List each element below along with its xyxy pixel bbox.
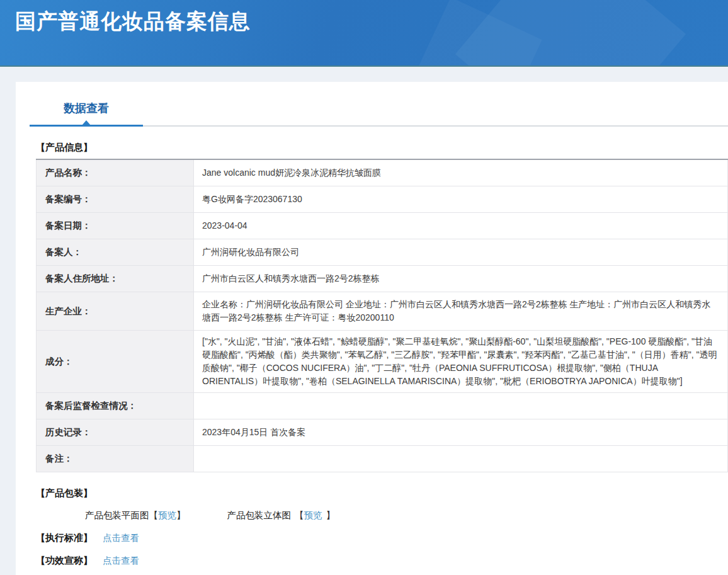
card-bottom-spacer xyxy=(16,567,728,575)
packaging-flat-preview-link[interactable]: 预览 xyxy=(158,510,176,520)
execution-standard-row: 【执行标准】 点击查看 xyxy=(36,532,728,544)
row-value xyxy=(194,393,728,419)
row-value xyxy=(194,446,728,472)
tab-data-view[interactable]: 数据查看 xyxy=(30,101,143,125)
row-value: 企业名称：广州润研化妆品有限公司 企业地址：广州市白云区人和镇秀水塘西一路2号2… xyxy=(194,292,728,331)
packaging-item-3d: 产品包装立体图【预览】 xyxy=(227,510,336,521)
row-value: 2023-04-04 xyxy=(194,213,728,239)
row-label: 备案编号： xyxy=(37,186,194,213)
efficacy-claim-row: 【功效宣称】 点击查看 xyxy=(36,555,728,567)
packaging-flat-label: 产品包装平面图 xyxy=(85,510,149,520)
table-row: 产品名称：Jane volcanic mud妍泥冷泉冰泥精华抗皱面膜 xyxy=(37,159,728,186)
tab-data-view-label: 数据查看 xyxy=(64,102,109,115)
table-row: 备案人：广州润研化妆品有限公司 xyxy=(37,239,728,266)
row-value: Jane volcanic mud妍泥冷泉冰泥精华抗皱面膜 xyxy=(194,159,728,186)
bracket-close: 】 xyxy=(326,510,336,520)
row-label: 历史记录： xyxy=(37,419,194,446)
table-row: 备注： xyxy=(37,446,728,472)
content-card: 数据查看 【产品信息】 产品名称：Jane volcanic mud妍泥冷泉冰泥… xyxy=(16,82,728,575)
row-label: 成分： xyxy=(37,331,194,393)
section-title-product-info: 【产品信息】 xyxy=(36,142,728,154)
row-label: 备案日期： xyxy=(37,213,194,239)
section-title-packaging: 【产品包装】 xyxy=(36,487,728,499)
bracket-open: 【 xyxy=(295,510,304,520)
section-title-execution-standard: 【执行标准】 xyxy=(36,532,93,543)
product-info-table-body: 产品名称：Jane volcanic mud妍泥冷泉冰泥精华抗皱面膜备案编号：粤… xyxy=(37,159,728,472)
table-row: 备案日期：2023-04-04 xyxy=(37,213,728,239)
tab-bar: 数据查看 xyxy=(30,82,728,127)
efficacy-claim-view-link[interactable]: 点击查看 xyxy=(103,555,139,566)
row-value: ["水", "火山泥", "甘油", "液体石蜡", "鲸蜡硬脂醇", "聚二甲… xyxy=(194,331,728,393)
row-label: 备案人住所地址： xyxy=(37,266,194,292)
table-row: 成分：["水", "火山泥", "甘油", "液体石蜡", "鲸蜡硬脂醇", "… xyxy=(37,331,728,393)
row-value: 广州市白云区人和镇秀水塘西一路2号2栋整栋 xyxy=(194,266,728,292)
table-row: 备案后监督检查情况： xyxy=(37,393,728,419)
section-title-efficacy-claim: 【功效宣称】 xyxy=(36,555,93,566)
row-label: 产品名称： xyxy=(37,159,194,186)
execution-standard-view-link[interactable]: 点击查看 xyxy=(103,533,139,543)
packaging-3d-preview-link[interactable]: 预览 xyxy=(304,510,322,520)
table-row: 备案编号：粤G妆网备字2023067130 xyxy=(37,186,728,213)
table-row: 备案人住所地址：广州市白云区人和镇秀水塘西一路2号2栋整栋 xyxy=(37,266,728,292)
row-label: 备注： xyxy=(37,446,194,472)
row-value: 广州润研化妆品有限公司 xyxy=(194,239,728,266)
bracket-close: 】 xyxy=(176,510,186,520)
tab-active-triangle-icon xyxy=(82,120,91,125)
bracket-open: 【 xyxy=(149,510,159,520)
table-row: 生产企业：企业名称：广州润研化妆品有限公司 企业地址：广州市白云区人和镇秀水塘西… xyxy=(37,292,728,331)
packaging-row: 产品包装平面图【预览】 产品包装立体图【预览】 xyxy=(85,510,728,521)
product-info-table: 产品名称：Jane volcanic mud妍泥冷泉冰泥精华抗皱面膜备案编号：粤… xyxy=(36,159,728,472)
row-value: 粤G妆网备字2023067130 xyxy=(194,186,728,213)
row-label: 备案后监督检查情况： xyxy=(37,393,194,419)
table-row: 历史记录：2023年04月15日 首次备案 xyxy=(37,419,728,446)
packaging-item-flat: 产品包装平面图【预览】 xyxy=(85,510,186,521)
row-value: 2023年04月15日 首次备案 xyxy=(194,419,728,446)
row-label: 生产企业： xyxy=(37,292,194,331)
row-label: 备案人： xyxy=(37,239,194,266)
page-header: 国产普通化妆品备案信息 xyxy=(0,0,728,67)
packaging-3d-label: 产品包装立体图 xyxy=(227,510,292,520)
